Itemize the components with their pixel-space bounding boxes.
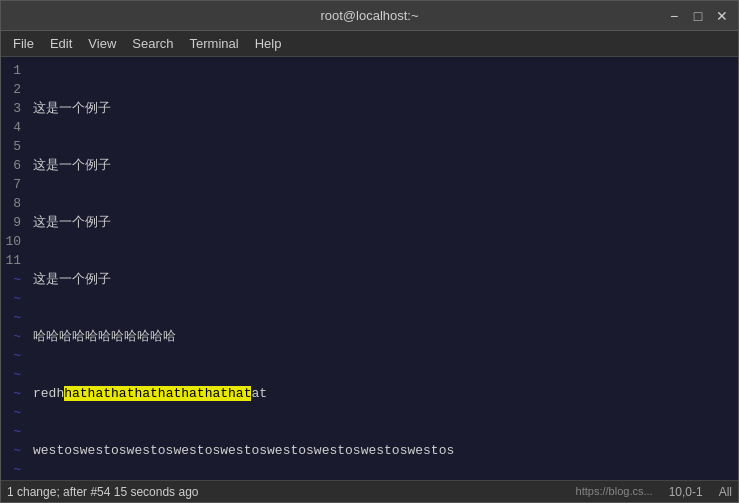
maximize-button[interactable]: □ [690,8,706,24]
code-line-3: 这是一个例子 [33,213,738,232]
line-num-4: 4 [5,118,21,137]
line-num-tilde-8: ~ [5,403,21,422]
code-line-6: redhhathathathathathathathatat [33,384,738,403]
code-line-7: westoswestoswestoswestoswestoswestoswest… [33,441,738,460]
close-button[interactable]: ✕ [714,8,730,24]
code-line-4: 这是一个例子 [33,270,738,289]
menubar: File Edit View Search Terminal Help [1,31,738,57]
line-num-tilde-3: ~ [5,308,21,327]
line-num-3: 3 [5,99,21,118]
url-hint: https://blog.cs... [576,485,653,499]
menu-help[interactable]: Help [247,34,290,53]
line-numbers: 1 2 3 4 5 6 7 8 9 10 11 ~ ~ ~ ~ ~ ~ ~ ~ … [1,57,29,480]
code-line-2: 这是一个例子 [33,156,738,175]
menu-search[interactable]: Search [124,34,181,53]
highlight-6: hathathathathathathathat [64,386,251,401]
menu-terminal[interactable]: Terminal [182,34,247,53]
window-title: root@localhost:~ [320,8,418,23]
line-num-tilde-1: ~ [5,270,21,289]
statusbar-right: https://blog.cs... 10,0-1 All [576,485,732,499]
editor-text[interactable]: 这是一个例子 这是一个例子 这是一个例子 这是一个例子 哈哈哈哈哈哈哈哈哈哈哈 … [29,57,738,480]
line-num-tilde-6: ~ [5,365,21,384]
line-num-8: 8 [5,194,21,213]
menu-view[interactable]: View [80,34,124,53]
line-num-7: 7 [5,175,21,194]
cursor-position: 10,0-1 [669,485,703,499]
menu-edit[interactable]: Edit [42,34,80,53]
titlebar: root@localhost:~ − □ ✕ [1,1,738,31]
line-num-10: 10 [5,232,21,251]
line-num-11: 11 [5,251,21,270]
line-num-tilde-11: ~ [5,460,21,479]
scroll-position: All [719,485,732,499]
line-num-2: 2 [5,80,21,99]
line-num-tilde-9: ~ [5,422,21,441]
line-num-tilde-10: ~ [5,441,21,460]
line-num-tilde-5: ~ [5,346,21,365]
line-num-tilde-2: ~ [5,289,21,308]
line-num-1: 1 [5,61,21,80]
line-num-tilde-7: ~ [5,384,21,403]
line-num-5: 5 [5,137,21,156]
line-num-6: 6 [5,156,21,175]
menu-file[interactable]: File [5,34,42,53]
line-num-tilde-4: ~ [5,327,21,346]
status-message: 1 change; after #54 15 seconds ago [7,485,198,499]
statusbar: 1 change; after #54 15 seconds ago https… [1,480,738,502]
line-num-9: 9 [5,213,21,232]
code-line-5: 哈哈哈哈哈哈哈哈哈哈哈 [33,327,738,346]
editor-container[interactable]: 1 2 3 4 5 6 7 8 9 10 11 ~ ~ ~ ~ ~ ~ ~ ~ … [1,57,738,480]
code-line-1: 这是一个例子 [33,99,738,118]
minimize-button[interactable]: − [666,8,682,24]
window-controls: − □ ✕ [666,8,730,24]
terminal-window: root@localhost:~ − □ ✕ File Edit View Se… [0,0,739,503]
